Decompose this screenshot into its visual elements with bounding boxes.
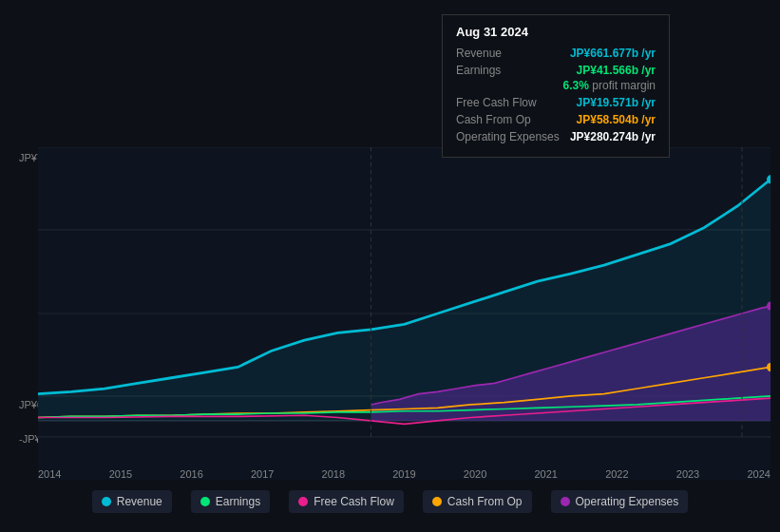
- chart-container: Aug 31 2024 Revenue JP¥661.677b /yr Earn…: [0, 0, 780, 532]
- x-label-2016: 2016: [180, 468, 202, 480]
- legend-item-fcf[interactable]: Free Cash Flow: [289, 490, 404, 513]
- tooltip-label-fcf: Free Cash Flow: [456, 96, 537, 109]
- x-label-2014: 2014: [38, 468, 61, 480]
- legend-dot-revenue: [102, 497, 111, 506]
- legend-dot-fcf: [298, 497, 308, 506]
- legend-label-opex: Operating Expenses: [576, 495, 679, 508]
- tooltip-label-earnings: Earnings: [456, 64, 501, 77]
- tooltip-row-cashfromop: Cash From Op JP¥58.504b /yr: [456, 113, 656, 126]
- x-label-2020: 2020: [464, 468, 486, 480]
- profit-margin-label: profit margin: [589, 79, 656, 92]
- x-label-2022: 2022: [605, 468, 628, 480]
- tooltip-date: Aug 31 2024: [456, 25, 656, 39]
- x-label-2023: 2023: [676, 468, 699, 480]
- legend-item-cashfromop[interactable]: Cash From Op: [423, 490, 532, 513]
- x-label-2024: 2024: [747, 468, 770, 480]
- legend-dot-opex: [561, 497, 570, 506]
- x-label-2017: 2017: [251, 468, 274, 480]
- tooltip-label-revenue: Revenue: [456, 47, 502, 60]
- tooltip: Aug 31 2024 Revenue JP¥661.677b /yr Earn…: [442, 14, 670, 158]
- tooltip-row-opex: Operating Expenses JP¥280.274b /yr: [456, 130, 656, 143]
- tooltip-row-fcf: Free Cash Flow JP¥19.571b /yr: [456, 96, 656, 109]
- legend-dot-cashfromop: [432, 497, 442, 506]
- tooltip-label-cashfromop: Cash From Op: [456, 113, 531, 126]
- legend-label-revenue: Revenue: [117, 495, 162, 508]
- legend-item-earnings[interactable]: Earnings: [191, 490, 270, 513]
- legend-item-revenue[interactable]: Revenue: [92, 490, 172, 513]
- legend-dot-earnings: [200, 497, 210, 506]
- legend-item-opex[interactable]: Operating Expenses: [551, 490, 689, 513]
- tooltip-value-earnings: JP¥41.566b /yr: [577, 64, 656, 77]
- tooltip-row-revenue: Revenue JP¥661.677b /yr: [456, 47, 656, 60]
- x-label-2015: 2015: [109, 468, 132, 480]
- x-labels: 2014 2015 2016 2017 2018 2019 2020 2021 …: [38, 468, 770, 480]
- x-label-2019: 2019: [392, 468, 415, 480]
- tooltip-label-opex: Operating Expenses: [456, 130, 560, 143]
- tooltip-value-opex: JP¥280.274b /yr: [570, 130, 656, 143]
- tooltip-value-fcf: JP¥19.571b /yr: [577, 96, 656, 109]
- x-label-2018: 2018: [322, 468, 345, 480]
- tooltip-value-cashfromop: JP¥58.504b /yr: [577, 113, 656, 126]
- legend-label-fcf: Free Cash Flow: [314, 495, 394, 508]
- tooltip-value-revenue: JP¥661.677b /yr: [570, 47, 656, 60]
- chart-area: [38, 147, 770, 480]
- chart-svg: [38, 147, 770, 480]
- profit-margin-value: 6.3%: [563, 79, 589, 92]
- legend-label-cashfromop: Cash From Op: [447, 495, 523, 508]
- profit-margin-row: 6.3% profit margin: [456, 79, 656, 92]
- legend: Revenue Earnings Free Cash Flow Cash Fro…: [0, 490, 780, 513]
- x-label-2021: 2021: [534, 468, 557, 480]
- tooltip-row-earnings: Earnings JP¥41.566b /yr: [456, 64, 656, 77]
- legend-label-earnings: Earnings: [216, 495, 260, 508]
